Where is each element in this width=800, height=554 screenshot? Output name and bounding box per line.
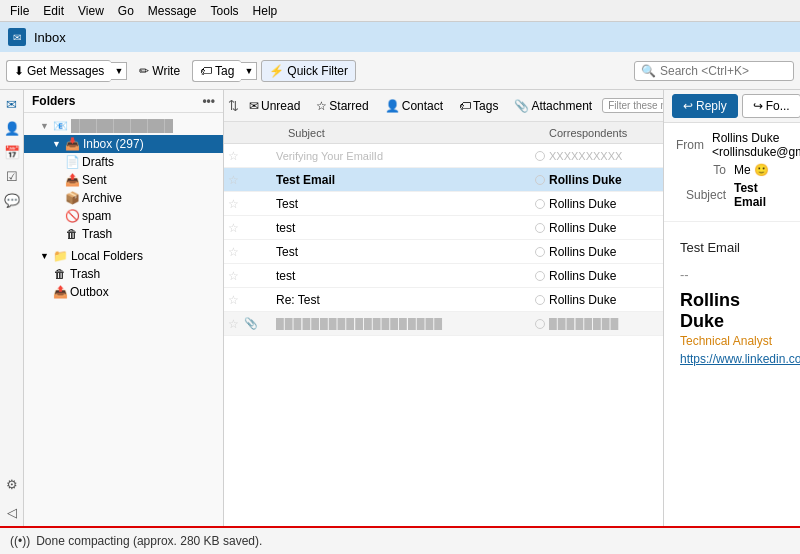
- col-correspondents-header[interactable]: Correspondents: [549, 127, 659, 139]
- spam-label: spam: [82, 209, 219, 223]
- search-box[interactable]: 🔍: [634, 61, 794, 81]
- subject-value: Test Email: [734, 181, 788, 209]
- folder-drafts[interactable]: 📄 Drafts: [24, 153, 223, 171]
- menu-tools[interactable]: Tools: [205, 2, 245, 20]
- contact-label: Contact: [402, 99, 443, 113]
- sig-link[interactable]: https://www.linkedin.com/in/rollinsduke/: [680, 352, 784, 366]
- menu-view[interactable]: View: [72, 2, 110, 20]
- tag-arrow[interactable]: ▼: [241, 62, 257, 80]
- from-row: From Rollins Duke <rollinsduke@gmail.com…: [676, 131, 788, 159]
- table-row[interactable]: ☆ test Rollins Duke: [224, 216, 663, 240]
- folder-title: Folders: [32, 94, 75, 108]
- forward-button[interactable]: ↪ Fo...: [742, 94, 800, 118]
- sig-name: Rollins Duke: [680, 290, 784, 332]
- to-row: To Me 🙂: [676, 163, 788, 177]
- folder-inbox[interactable]: ▼ 📥 Inbox (297): [24, 135, 223, 153]
- icon-bar-mail[interactable]: ✉: [2, 94, 22, 114]
- filter-attachment-button[interactable]: 📎 Attachment: [508, 97, 598, 115]
- filter-search-box[interactable]: Filter these messages <Ctrl+Shift+K>: [602, 98, 663, 113]
- write-icon: ✏: [139, 64, 149, 78]
- tag-dropdown[interactable]: 🏷 Tag ▼: [192, 60, 257, 82]
- unread-dot: [535, 247, 545, 257]
- quick-filter-button[interactable]: ⚡ Quick Filter: [261, 60, 356, 82]
- icon-bar-chat[interactable]: 💬: [2, 190, 22, 210]
- get-messages-arrow[interactable]: ▼: [111, 62, 127, 80]
- reply-button[interactable]: ↩ Reply: [672, 94, 738, 118]
- unread-dot: [535, 175, 545, 185]
- reply-label: Reply: [696, 99, 727, 113]
- icon-bar-contacts[interactable]: 👤: [2, 118, 22, 138]
- folder-spam[interactable]: 🚫 spam: [24, 207, 223, 225]
- folder-archive[interactable]: 📦 Archive: [24, 189, 223, 207]
- account-item[interactable]: ▼ 📧 ████████████: [24, 117, 223, 135]
- folder-trash[interactable]: 🗑 Trash: [24, 225, 223, 243]
- message-panel: ⇅ ✉ Unread ☆ Starred 👤 Contact 🏷 Tags 📎 …: [224, 90, 664, 526]
- outbox-label: Outbox: [70, 285, 219, 299]
- star-icon[interactable]: ☆: [228, 293, 244, 307]
- reading-pane: ↩ Reply ↪ Fo... From Rollins Duke <rolli…: [664, 90, 800, 526]
- col-subject-header[interactable]: Subject: [288, 127, 519, 139]
- inbox-icon: 📥: [65, 137, 81, 151]
- folder-header: Folders •••: [24, 90, 223, 113]
- write-label: Write: [152, 64, 180, 78]
- star-icon[interactable]: ☆: [228, 269, 244, 283]
- icon-bar-calendar[interactable]: 📅: [2, 142, 22, 162]
- msg-subject: Re: Test: [272, 293, 535, 307]
- unread-dot: [535, 151, 545, 161]
- write-button[interactable]: ✏ Write: [131, 60, 188, 82]
- table-row[interactable]: ☆ test Rollins Duke: [224, 264, 663, 288]
- get-messages-icon: ⬇: [14, 64, 24, 78]
- star-icon[interactable]: ☆: [228, 221, 244, 235]
- filter-tags-button[interactable]: 🏷 Tags: [453, 97, 504, 115]
- local-trash-label: Trash: [70, 267, 219, 281]
- filter-sort-icon: ⇅: [228, 98, 239, 113]
- icon-bar-tasks[interactable]: ☑: [2, 166, 22, 186]
- icon-bar-settings[interactable]: ⚙: [2, 474, 22, 494]
- menu-message[interactable]: Message: [142, 2, 203, 20]
- table-row[interactable]: ☆ Test Rollins Duke: [224, 192, 663, 216]
- folder-local-folders[interactable]: ▼ 📁 Local Folders: [24, 247, 223, 265]
- search-input[interactable]: [660, 64, 787, 78]
- icon-bar-collapse[interactable]: ◁: [2, 502, 22, 522]
- table-row[interactable]: ☆ Re: Test Rollins Duke: [224, 288, 663, 312]
- tag-button[interactable]: 🏷 Tag: [192, 60, 241, 82]
- filter-unread-button[interactable]: ✉ Unread: [243, 97, 306, 115]
- folder-local-trash[interactable]: 🗑 Trash: [24, 265, 223, 283]
- body-text: Test Email: [680, 238, 784, 259]
- sent-icon: 📤: [64, 173, 80, 187]
- tag-label: Tag: [215, 64, 234, 78]
- msg-correspondent: ████████: [549, 318, 659, 330]
- get-messages-button[interactable]: ⬇ Get Messages: [6, 60, 111, 82]
- folder-sent[interactable]: 📤 Sent: [24, 171, 223, 189]
- star-icon[interactable]: ☆: [228, 317, 244, 331]
- filter-starred-button[interactable]: ☆ Starred: [310, 97, 374, 115]
- menu-edit[interactable]: Edit: [37, 2, 70, 20]
- forward-label: Fo...: [766, 99, 790, 113]
- local-folders-icon: 📁: [53, 249, 69, 263]
- folder-outbox[interactable]: 📤 Outbox: [24, 283, 223, 301]
- main-layout: ✉ 👤 📅 ☑ 💬 ⚙ ◁ Folders ••• ▼ 📧 ██████████…: [0, 90, 800, 526]
- quick-filter-label: Quick Filter: [287, 64, 348, 78]
- table-row[interactable]: ☆ Verifying Your EmailId XXXXXXXXXX: [224, 144, 663, 168]
- attachment-icon: 📎: [514, 99, 529, 113]
- msg-correspondent: Rollins Duke: [549, 173, 659, 187]
- filter-bar: ⇅ ✉ Unread ☆ Starred 👤 Contact 🏷 Tags 📎 …: [224, 90, 663, 122]
- get-messages-dropdown[interactable]: ⬇ Get Messages ▼: [6, 60, 127, 82]
- menu-go[interactable]: Go: [112, 2, 140, 20]
- star-icon[interactable]: ☆: [228, 149, 244, 163]
- menu-file[interactable]: File: [4, 2, 35, 20]
- filter-contact-button[interactable]: 👤 Contact: [379, 97, 449, 115]
- table-row[interactable]: ☆ Test Email Rollins Duke: [224, 168, 663, 192]
- menu-help[interactable]: Help: [247, 2, 284, 20]
- account-icon: 📧: [53, 119, 69, 133]
- table-row[interactable]: ☆ 📎 ███████████████████ ████████: [224, 312, 663, 336]
- folder-menu-icon[interactable]: •••: [202, 94, 215, 108]
- folder-header-actions[interactable]: •••: [202, 94, 215, 108]
- star-icon[interactable]: ☆: [228, 173, 244, 187]
- inbox-arrow: ▼: [52, 139, 61, 149]
- star-icon[interactable]: ☆: [228, 197, 244, 211]
- to-value: Me 🙂: [734, 163, 788, 177]
- star-icon[interactable]: ☆: [228, 245, 244, 259]
- unread-dot: [535, 199, 545, 209]
- table-row[interactable]: ☆ Test Rollins Duke: [224, 240, 663, 264]
